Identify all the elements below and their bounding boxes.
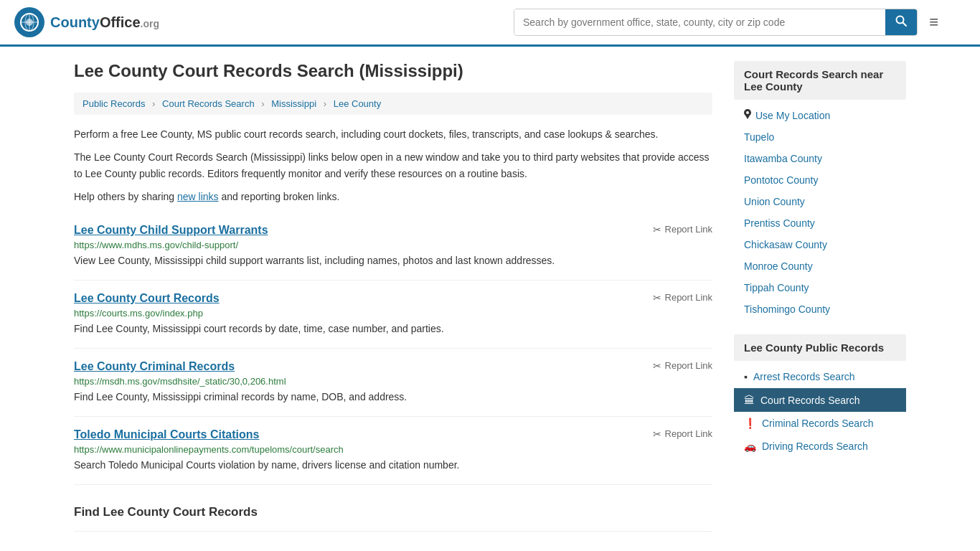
- result-url: https://www.municipalonlinepayments.com/…: [74, 444, 712, 455]
- sidebar-nearby-item: Tishomingo County: [734, 298, 906, 320]
- sidebar-nearby-item: Chickasaw County: [734, 234, 906, 255]
- nearby-link[interactable]: Itawamba County: [744, 153, 822, 164]
- report-label: Report Link: [665, 428, 712, 439]
- sidebar-nearby-item: Tupelo: [734, 126, 906, 148]
- result-title[interactable]: Lee County Criminal Records: [74, 360, 235, 373]
- nearby-link[interactable]: Tippah County: [744, 282, 809, 293]
- result-desc: Find Lee County, Mississippi court recor…: [74, 321, 712, 336]
- result-title[interactable]: Toledo Municipal Courts Citations: [74, 428, 259, 441]
- report-icon: ✂: [653, 360, 661, 372]
- result-title[interactable]: Lee County Court Records: [74, 292, 220, 305]
- sidebar-records-item[interactable]: 🚗Driving Records Search: [734, 435, 906, 458]
- criminal-icon: ❗: [744, 418, 756, 429]
- result-item: Lee County Criminal Records ✂ Report Lin…: [74, 349, 712, 417]
- find-section: Find Lee County Court Records: [74, 485, 712, 532]
- result-title[interactable]: Lee County Child Support Warrants: [74, 224, 268, 237]
- result-desc: Search Toledo Municipal Courts violation…: [74, 458, 712, 473]
- sidebar-nearby-item: Pontotoc County: [734, 169, 906, 191]
- records-item-link[interactable]: Driving Records Search: [762, 441, 868, 452]
- svg-point-9: [746, 111, 749, 114]
- records-item-label: Court Records Search: [760, 395, 860, 406]
- result-url: https://msdh.ms.gov/msdhsite/_static/30,…: [74, 376, 712, 387]
- new-links-link[interactable]: new links: [177, 191, 219, 202]
- court-icon: 🏛: [744, 394, 755, 406]
- nearby-links: TupeloItawamba CountyPontotoc CountyUnio…: [734, 126, 906, 320]
- driving-icon: 🚗: [744, 441, 756, 452]
- sidebar-nearby-section: Court Records Search near Lee County Use…: [734, 61, 906, 320]
- sidebar-records-item[interactable]: 🏛Court Records Search: [734, 388, 906, 412]
- report-label: Report Link: [665, 292, 712, 303]
- result-url: https://www.mdhs.ms.gov/child-support/: [74, 240, 712, 250]
- logo-icon: [14, 7, 44, 37]
- result-header: Lee County Court Records ✂ Report Link: [74, 292, 712, 305]
- find-section-heading: Find Lee County Court Records: [74, 496, 712, 519]
- results-list: Lee County Child Support Warrants ✂ Repo…: [74, 212, 712, 485]
- result-item: Toledo Municipal Courts Citations ✂ Repo…: [74, 417, 712, 485]
- result-header: Lee County Child Support Warrants ✂ Repo…: [74, 224, 712, 237]
- svg-marker-8: [745, 116, 750, 119]
- breadcrumb-public-records[interactable]: Public Records: [83, 98, 145, 109]
- sidebar-nearby-item: Monroe County: [734, 255, 906, 277]
- result-desc: Find Lee County, Mississippi criminal re…: [74, 390, 712, 405]
- breadcrumb-lee-county[interactable]: Lee County: [334, 98, 382, 109]
- arrest-icon: ▪: [744, 371, 748, 382]
- location-icon: [744, 109, 751, 121]
- search-input[interactable]: [514, 9, 885, 35]
- public-records-list: ▪Arrest Records Search🏛Court Records Sea…: [734, 365, 906, 458]
- sidebar-nearby-item: Itawamba County: [734, 148, 906, 169]
- sidebar-public-records-title: Lee County Public Records: [734, 334, 906, 361]
- nearby-link[interactable]: Tupelo: [744, 131, 774, 143]
- result-item: Lee County Child Support Warrants ✂ Repo…: [74, 212, 712, 281]
- sidebar-records-item[interactable]: ❗Criminal Records Search: [734, 412, 906, 435]
- sidebar: Court Records Search near Lee County Use…: [734, 61, 906, 532]
- report-link[interactable]: ✂ Report Link: [653, 360, 712, 372]
- logo-area: CountyOffice.org: [14, 7, 159, 37]
- records-item-link[interactable]: Criminal Records Search: [762, 418, 874, 429]
- nearby-link[interactable]: Monroe County: [744, 260, 813, 272]
- report-label: Report Link: [665, 360, 712, 371]
- description-para1: Perform a free Lee County, MS public cou…: [74, 126, 712, 142]
- report-link[interactable]: ✂ Report Link: [653, 292, 712, 303]
- main-container: Lee County Court Records Search (Mississ…: [60, 47, 920, 546]
- result-item: Lee County Court Records ✂ Report Link h…: [74, 281, 712, 349]
- search-button[interactable]: [885, 9, 917, 35]
- sidebar-public-records-section: Lee County Public Records ▪Arrest Record…: [734, 334, 906, 458]
- page-title: Lee County Court Records Search (Mississ…: [74, 61, 712, 81]
- report-icon: ✂: [653, 292, 661, 303]
- search-box: [514, 9, 918, 36]
- site-header: CountyOffice.org ≡: [0, 0, 980, 47]
- sidebar-nearby-item: Union County: [734, 191, 906, 212]
- description-para3: Help others by sharing new links and rep…: [74, 189, 712, 204]
- report-icon: ✂: [653, 224, 661, 235]
- search-area: ≡: [514, 9, 944, 36]
- nearby-link[interactable]: Chickasaw County: [744, 239, 827, 250]
- result-header: Lee County Criminal Records ✂ Report Lin…: [74, 360, 712, 373]
- nearby-link[interactable]: Pontotoc County: [744, 174, 819, 186]
- breadcrumb-mississippi[interactable]: Mississippi: [271, 98, 316, 109]
- sidebar-nearby-title: Court Records Search near Lee County: [734, 61, 906, 100]
- sidebar-records-item[interactable]: ▪Arrest Records Search: [734, 365, 906, 388]
- content-area: Lee County Court Records Search (Mississ…: [74, 61, 712, 532]
- breadcrumb-court-records-search[interactable]: Court Records Search: [162, 98, 255, 109]
- description-para2: The Lee County Court Records Search (Mis…: [74, 149, 712, 182]
- result-url: https://courts.ms.gov/index.php: [74, 308, 712, 319]
- breadcrumb: Public Records › Court Records Search › …: [74, 93, 712, 115]
- report-label: Report Link: [665, 224, 712, 235]
- nearby-link[interactable]: Tishomingo County: [744, 303, 830, 315]
- use-location-link[interactable]: Use My Location: [755, 110, 830, 121]
- report-link[interactable]: ✂ Report Link: [653, 428, 712, 440]
- sidebar-nearby-item: Tippah County: [734, 277, 906, 298]
- report-icon: ✂: [653, 428, 661, 440]
- nearby-link[interactable]: Prentiss County: [744, 217, 815, 229]
- svg-line-6: [903, 23, 907, 27]
- logo-text: CountyOffice.org: [50, 14, 159, 31]
- menu-button[interactable]: ≡: [923, 10, 944, 34]
- sidebar-nearby-item: Prentiss County: [734, 212, 906, 234]
- sidebar-use-location[interactable]: Use My Location: [734, 104, 906, 126]
- result-header: Toledo Municipal Courts Citations ✂ Repo…: [74, 428, 712, 441]
- result-desc: View Lee County, Mississippi child suppo…: [74, 253, 712, 268]
- nearby-link[interactable]: Union County: [744, 196, 805, 207]
- records-item-link[interactable]: Arrest Records Search: [753, 371, 855, 382]
- report-link[interactable]: ✂ Report Link: [653, 224, 712, 235]
